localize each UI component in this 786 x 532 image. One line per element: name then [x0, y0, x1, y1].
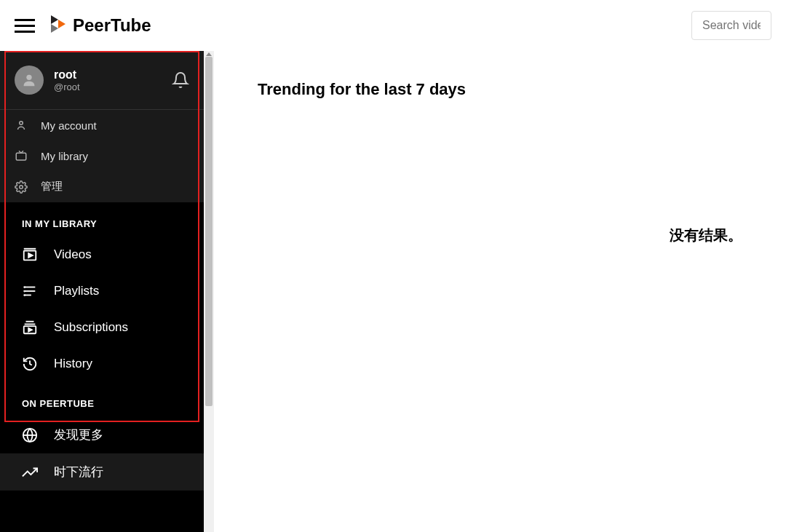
video-icon — [22, 247, 38, 263]
sidebar-item-discover[interactable]: 发现更多 — [0, 416, 204, 453]
sidebar-item-label: 时下流行 — [54, 464, 103, 480]
scroll-up-icon — [206, 52, 212, 56]
user-icon — [15, 119, 28, 132]
scroll-thumb[interactable] — [205, 57, 213, 406]
page-title: Trending for the last 7 days — [258, 80, 786, 99]
peertube-logo-icon — [49, 14, 67, 37]
svg-point-14 — [24, 291, 25, 292]
main-content: Trending for the last 7 days 没有结果。 — [214, 51, 786, 532]
globe-icon — [22, 427, 38, 443]
account-menu: My account My library 管理 — [0, 110, 204, 202]
search-input[interactable] — [691, 11, 771, 40]
sidebar-item-trending[interactable]: 时下流行 — [0, 453, 204, 491]
sidebar-item-label: Subscriptions — [54, 320, 128, 335]
sidebar-item-history[interactable]: History — [0, 346, 204, 382]
sidebar-item-videos[interactable]: Videos — [0, 237, 204, 273]
svg-marker-1 — [51, 24, 58, 33]
user-block[interactable]: root @root — [0, 51, 204, 110]
sidebar: root @root My account — [0, 51, 204, 532]
header: PeerTube — [0, 0, 786, 51]
user-info: root @root — [54, 68, 172, 92]
sidebar-item-label: Playlists — [54, 284, 99, 298]
svg-rect-5 — [16, 153, 26, 160]
sidebar-item-label: Videos — [54, 247, 92, 262]
logo[interactable]: PeerTube — [49, 14, 151, 37]
svg-point-15 — [24, 295, 25, 295]
svg-marker-8 — [28, 253, 33, 258]
tv-icon — [15, 149, 28, 162]
brand-text: PeerTube — [73, 15, 151, 36]
user-handle: @root — [54, 82, 172, 92]
sidebar-item-label: My account — [41, 119, 97, 132]
svg-point-13 — [24, 287, 25, 287]
username: root — [54, 68, 172, 82]
history-icon — [22, 356, 38, 372]
search-area — [677, 11, 771, 40]
svg-point-3 — [26, 75, 31, 80]
sidebar-item-admin[interactable]: 管理 — [0, 171, 204, 202]
sidebar-item-my-library[interactable]: My library — [0, 140, 204, 171]
svg-point-6 — [20, 185, 23, 188]
sidebar-item-playlists[interactable]: Playlists — [0, 273, 204, 309]
scrollbar[interactable] — [204, 51, 214, 532]
svg-point-4 — [20, 122, 23, 125]
section-title-peertube: ON PEERTUBE — [0, 382, 204, 416]
avatar — [15, 65, 44, 95]
notifications-button[interactable] — [172, 71, 189, 89]
playlist-icon — [22, 283, 38, 299]
sidebar-item-label: 管理 — [41, 180, 63, 194]
trending-icon — [22, 464, 38, 480]
empty-state-message: 没有结果。 — [670, 226, 742, 245]
sidebar-item-label: 发现更多 — [54, 426, 103, 443]
svg-marker-0 — [51, 15, 58, 24]
sidebar-item-label: My library — [41, 150, 88, 162]
gear-icon — [15, 180, 28, 194]
sidebar-item-subscriptions[interactable]: Subscriptions — [0, 309, 204, 346]
sidebar-item-my-account[interactable]: My account — [0, 110, 204, 140]
menu-button[interactable] — [15, 15, 35, 36]
subscriptions-icon — [22, 319, 38, 336]
svg-marker-2 — [58, 20, 66, 28]
section-title-library: IN MY LIBRARY — [0, 202, 204, 237]
svg-marker-19 — [28, 328, 32, 332]
sidebar-item-label: History — [54, 357, 92, 371]
